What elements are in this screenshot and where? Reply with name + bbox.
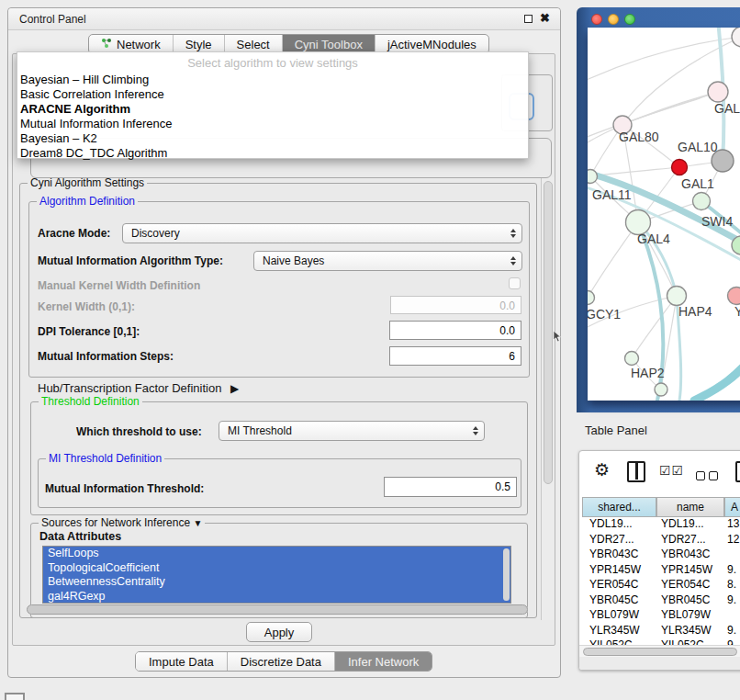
settings-scrollbar[interactable] xyxy=(541,177,555,620)
manual-kernel-checkbox[interactable] xyxy=(509,277,521,289)
kernel-width-label: Kernel Width (0,1): xyxy=(38,300,135,313)
table-row[interactable]: YBR043CYBR043C xyxy=(582,548,740,563)
node-label: HAP4 xyxy=(678,304,712,319)
tab-impute-data[interactable]: Impute Data xyxy=(136,652,228,671)
tab-network[interactable]: Network xyxy=(89,35,174,53)
mi-steps-field[interactable]: 6 xyxy=(389,346,521,366)
node-label: GAL xyxy=(714,101,740,116)
bottom-tabbar: Impute Data Discretize Data Infer Networ… xyxy=(135,651,432,672)
mac-zoom-button[interactable] xyxy=(624,14,635,25)
mi-algorithm-type-select[interactable]: Naive Bayes xyxy=(253,251,522,271)
data-attributes-list[interactable]: SelfLoops TopologicalCoefficient Between… xyxy=(42,546,511,604)
table-row[interactable]: YER054CYER054C8. xyxy=(582,578,740,593)
column-header-name[interactable]: name xyxy=(656,497,724,517)
settings-scrollbar-thumb[interactable] xyxy=(544,181,553,484)
hub-factor-expander[interactable]: Hub/Transcription Factor Definition ▶ xyxy=(38,381,239,395)
gear-icon[interactable]: ⚙ xyxy=(594,459,610,480)
table-header-row: shared... name A xyxy=(582,497,740,517)
collapsed-panel-icon[interactable] xyxy=(5,693,25,700)
tab-infer-network[interactable]: Infer Network xyxy=(335,652,432,671)
tab-cyni-toolbox[interactable]: Cyni Toolbox xyxy=(283,35,376,53)
table-panel-title: Table Panel xyxy=(585,423,647,437)
popup-prompt: Select algorithm to view settings xyxy=(17,56,528,70)
spinner-arrows-icon xyxy=(469,426,484,435)
settings-group-title: Cyni Algorithm Settings xyxy=(28,176,147,189)
mi-threshold-field[interactable]: 0.5 xyxy=(384,477,517,497)
kernel-width-field[interactable]: 0.0 xyxy=(390,296,521,314)
algorithm-option[interactable]: Bayesian – Hill Climbing xyxy=(20,73,149,87)
list-scrollbar[interactable] xyxy=(503,548,510,601)
control-panel-window: Control Panel ✖ Network Style Select Cyn… xyxy=(7,7,561,678)
expander-right-arrow-icon: ▶ xyxy=(230,382,239,395)
manual-kernel-label: Manual Kernel Width Definition xyxy=(38,279,200,292)
algorithm-option[interactable]: Dream8 DC_TDC Algorithm xyxy=(20,146,167,161)
spinner-arrows-icon xyxy=(507,256,521,265)
table-row[interactable]: YLR345WYLR345W9. xyxy=(582,624,740,639)
file-icon[interactable] xyxy=(735,461,740,482)
tab-select[interactable]: Select xyxy=(225,35,283,53)
tab-discretize-data[interactable]: Discretize Data xyxy=(228,652,335,671)
table-row[interactable]: YBL079WYBL079W xyxy=(582,608,740,624)
columns-icon[interactable] xyxy=(627,461,645,482)
algorithm-option[interactable]: Basic Correlation Inference xyxy=(20,87,164,102)
tab-style[interactable]: Style xyxy=(174,35,225,53)
attribute-item[interactable]: BetweennessCentrality xyxy=(43,575,510,590)
network-canvas[interactable]: GAL GAL80 GAL10 GAL11 GAL1 SWI4 GAL4 GCY… xyxy=(588,28,740,401)
table-row[interactable]: YDL19...YDL19...13 xyxy=(582,517,740,533)
table-body: YDL19...YDL19...13 YDR27...YDR27...12 YB… xyxy=(582,517,740,645)
column-header-partial[interactable]: A xyxy=(724,497,740,517)
table-row[interactable]: YPR145WYPR145W9. xyxy=(582,563,740,579)
mouse-cursor xyxy=(553,331,562,347)
mi-algorithm-type-label: Mutual Information Algorithm Type: xyxy=(38,254,223,267)
data-attributes-label: Data Attributes xyxy=(39,530,121,543)
algorithm-option-selected[interactable]: ARACNE Algorithm xyxy=(20,102,130,117)
node-label: GAL4 xyxy=(637,231,670,246)
node-label: HAP2 xyxy=(631,366,665,380)
aracne-mode-label: Aracne Mode: xyxy=(38,227,110,240)
table-row[interactable]: YDR27...YDR27...12 xyxy=(582,533,740,548)
network-tab-icon xyxy=(101,38,112,51)
algorithm-option[interactable]: Mutual Information Inference xyxy=(20,117,172,131)
select-all-icon[interactable]: ☑☑ xyxy=(659,463,684,478)
apply-button[interactable]: Apply xyxy=(246,622,312,642)
node-label: GAL10 xyxy=(678,140,718,154)
attribute-item[interactable]: gal4RGexp xyxy=(43,590,510,604)
float-window-icon[interactable] xyxy=(524,15,533,23)
node-label: SWI4 xyxy=(701,214,733,229)
node-label: Y xyxy=(734,304,740,319)
table-scrollbar-thumb[interactable] xyxy=(583,648,737,656)
tab-jactivemnodules[interactable]: jActiveMNodules xyxy=(376,35,488,53)
mi-steps-label: Mutual Information Steps: xyxy=(38,350,174,363)
aracne-mode-select[interactable]: Discovery xyxy=(122,223,522,243)
table-panel: ⚙ ☑☑ shared... name A YDL19...YDL19...13… xyxy=(578,450,740,671)
panel-title: Control Panel xyxy=(19,13,86,26)
node-label: GAL80 xyxy=(619,130,659,144)
table-panel-footer xyxy=(579,657,740,671)
tab-network-label: Network xyxy=(117,38,161,51)
mi-threshold-title: MI Threshold Definition xyxy=(46,452,164,465)
algorithm-dropdown-popup: Select algorithm to view settings Bayesi… xyxy=(17,51,529,159)
column-header-shared-name[interactable]: shared... xyxy=(582,497,656,517)
sources-title[interactable]: Sources for Network Inference ▼ xyxy=(39,516,205,529)
close-icon[interactable]: ✖ xyxy=(540,11,550,25)
algorithm-option[interactable]: Bayesian – K2 xyxy=(20,131,97,146)
which-threshold-select[interactable]: MI Threshold xyxy=(219,421,485,441)
mac-minimize-button[interactable] xyxy=(608,14,619,25)
mi-threshold-label: Mutual Information Threshold: xyxy=(45,482,204,495)
table-horizontal-scrollbar[interactable] xyxy=(579,645,740,657)
clear-selection-icon[interactable] xyxy=(696,468,722,484)
node-label: GAL11 xyxy=(592,187,632,202)
horizontal-scrollbar[interactable] xyxy=(27,604,528,615)
attribute-item[interactable]: TopologicalCoefficient xyxy=(43,561,510,576)
node-label: GCY1 xyxy=(588,307,621,322)
threshold-definition-title: Threshold Definition xyxy=(39,395,142,408)
network-view-window: GAL GAL80 GAL10 GAL11 GAL1 SWI4 GAL4 GCY… xyxy=(577,7,740,412)
table-row[interactable]: YBR045CYBR045C9. xyxy=(582,593,740,609)
table-row[interactable]: YIL052CYIL052C9. xyxy=(582,638,740,645)
which-threshold-label: Which threshold to use: xyxy=(76,425,202,438)
horizontal-scrollbar-thumb[interactable] xyxy=(27,604,528,615)
algorithm-definition-title: Algorithm Definition xyxy=(37,195,138,208)
dpi-tolerance-field[interactable]: 0.0 xyxy=(389,321,521,340)
mac-close-button[interactable] xyxy=(591,14,602,25)
attribute-item[interactable]: SelfLoops xyxy=(43,547,510,561)
